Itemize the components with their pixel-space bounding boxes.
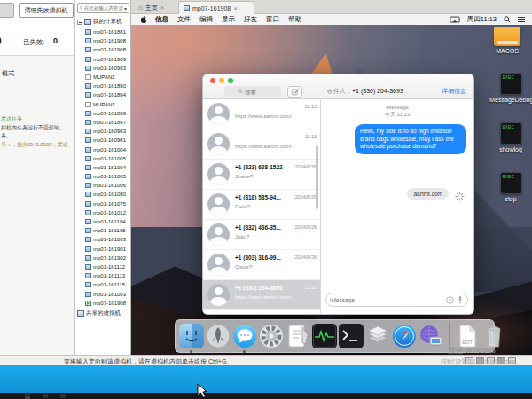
vm-tree-item[interactable]: mp01-161012	[85, 208, 131, 217]
desktop-icon-imessagedebug[interactable]: EXEC iMessageDebug	[486, 73, 532, 103]
menubar-menu[interactable]: 窗口	[266, 15, 279, 24]
menubar-menu[interactable]: 文件	[177, 15, 191, 24]
compose-button[interactable]	[287, 86, 302, 98]
minimize-window-button[interactable]	[219, 78, 224, 83]
message-input-field[interactable]	[325, 293, 468, 307]
conversation-item[interactable]: +1 (823) 628-15222024/8/26Shane?	[203, 160, 320, 190]
dock-system-preferences-icon[interactable]	[259, 324, 284, 348]
vm-tree-item[interactable]: mp01-161075	[85, 200, 131, 208]
dock-activity-monitor-icon[interactable]	[312, 324, 337, 348]
vm-tree-item[interactable]: mp07-161902	[85, 254, 131, 262]
emoji-icon[interactable]	[446, 296, 454, 304]
scrollbar-thumb[interactable]	[316, 145, 318, 209]
close-icon[interactable]: ×	[160, 4, 165, 12]
vm-icon	[85, 47, 91, 52]
vm-tree-item[interactable]: mp01-160983	[85, 127, 131, 136]
dock-textedit-icon[interactable]	[286, 324, 310, 348]
dock-installer-icon[interactable]	[365, 324, 390, 348]
link-message-bubble[interactable]: aartmt.com	[407, 188, 449, 200]
vm-tree-item[interactable]: MUPAN2	[85, 73, 131, 82]
windows-watermark-line1: 激活 Windows	[448, 346, 496, 355]
conversation-item[interactable]: +1 (803) 316-99...2024/8/26Oscar?	[203, 250, 320, 280]
chevron-down-icon[interactable]: ▾	[124, 5, 127, 12]
taskbar-app-icon[interactable]	[43, 394, 48, 398]
vm-tree-item[interactable]: mp01-161112	[85, 262, 131, 271]
menubar-menu[interactable]: 信息	[155, 15, 168, 24]
dock-messages-icon[interactable]	[232, 324, 257, 348]
dock-safari-icon[interactable]	[392, 324, 417, 348]
zoom-window-button[interactable]	[228, 78, 233, 83]
collapse-icon[interactable]	[77, 20, 82, 25]
start-button[interactable]	[25, 394, 30, 399]
vm-tree-item[interactable]: mp07-161890	[85, 82, 131, 90]
dock-trash-icon[interactable]	[481, 324, 506, 348]
partial-button[interactable]	[0, 3, 14, 18]
messages-search-field[interactable]	[224, 86, 281, 97]
menubar-menu[interactable]: 好友	[244, 15, 257, 24]
dock-launchpad-icon[interactable]	[206, 324, 231, 348]
dock-terminal-icon[interactable]	[339, 324, 364, 348]
message-input[interactable]	[330, 297, 443, 303]
vm-tree-item[interactable]: mp01-161006	[85, 181, 131, 190]
desktop-icon-stop[interactable]: EXEC stop	[486, 172, 532, 202]
vm-tree-item[interactable]: mp01-161004	[85, 145, 131, 153]
display-icon[interactable]	[450, 16, 460, 24]
vm-tree-item[interactable]: mp01-160993	[85, 64, 131, 73]
messages-titlebar[interactable]: 收件人：+1 (330) 204-3693 详细信息	[203, 74, 473, 99]
to-value[interactable]: +1 (330) 204-3693	[352, 88, 403, 94]
vm-tree-item[interactable]: mp01-161113	[85, 271, 131, 280]
vm-tree-item[interactable]: mp01-161105	[85, 226, 131, 235]
tree-root-my-computer[interactable]: 我的计算机	[77, 18, 122, 26]
messages-search-input[interactable]	[245, 89, 268, 95]
avatar	[207, 193, 230, 215]
notification-center-icon[interactable]	[518, 17, 525, 23]
library-search-input[interactable]	[84, 5, 123, 11]
microphone-icon[interactable]	[457, 295, 464, 304]
vm-tree-item[interactable]: mp07-161908	[85, 45, 131, 54]
vm-tree-item[interactable]: mp01-160981	[85, 136, 131, 145]
menu-bar-clock[interactable]: 周四11:13	[467, 15, 497, 24]
tab-vm[interactable]: mp07-161908 ×	[178, 1, 254, 14]
vm-tree-item[interactable]: mp07-161901	[85, 245, 131, 254]
vm-tree-item[interactable]: mp07-161899	[85, 109, 131, 118]
dock-finder-icon[interactable]	[179, 324, 204, 348]
close-window-button[interactable]	[210, 78, 215, 83]
vm-label: mp07-161908	[93, 301, 126, 306]
vm-tree-item[interactable]: mp01-161003	[85, 289, 131, 298]
vm-tree-item[interactable]: mp07-161908	[85, 36, 131, 45]
menubar-menu[interactable]: 显示	[222, 15, 235, 24]
tree-shared-vms[interactable]: 共享的虚拟机	[77, 309, 121, 317]
vm-tree-item[interactable]: mp01-161004	[85, 163, 131, 172]
vm-tree-item[interactable]: mp07-161909	[85, 55, 131, 64]
spotlight-search-icon[interactable]	[504, 16, 511, 23]
vm-tree-item[interactable]: MUPAN2	[85, 100, 131, 109]
dock-screen-sharing-icon[interactable]	[419, 324, 443, 348]
dock-document-icon[interactable]: EDIT	[455, 324, 480, 348]
conversation-item[interactable]: +1 (832) 436-35...2024/8/26Juan?	[203, 220, 320, 250]
desktop-icon-macos-drive[interactable]: MACOS	[482, 27, 532, 54]
library-search-box[interactable]: ▾	[77, 3, 129, 13]
vm-tree-item[interactable]: mp01-161005	[85, 172, 131, 181]
vm-tree-item[interactable]: mp01-161115	[85, 280, 131, 289]
vm-tree-item[interactable]: mp01-161003	[85, 235, 131, 244]
close-icon[interactable]: ×	[233, 4, 238, 12]
conversation-item[interactable]: +1 (818) 585-94...2024/8/26Flora?	[203, 190, 320, 220]
clean-invalid-vms-button[interactable]: 清理失效虚拟机	[19, 3, 74, 18]
desktop-icon-showlog[interactable]: EXEC showlog	[486, 122, 532, 153]
menubar-menu[interactable]: 帮助	[288, 15, 301, 24]
vm-tree-item[interactable]: mp01-161005	[85, 154, 131, 163]
tab-home[interactable]: ⌂ 主页 ×	[134, 1, 176, 14]
taskbar-app-icon[interactable]	[60, 394, 66, 398]
conversation-item[interactable]: 11:13https://www.aartmt.com/	[203, 129, 320, 160]
apple-menu[interactable]	[140, 15, 147, 24]
details-link[interactable]: 详细信息	[442, 87, 466, 96]
conversation-item[interactable]: 11:13https://www.aartmt.com/	[203, 99, 320, 129]
vm-tree-item[interactable]: mp07-161894	[85, 90, 131, 99]
vm-tree-item[interactable]: mp07-161881	[85, 27, 131, 36]
menubar-menu[interactable]: 编辑	[200, 15, 213, 24]
conversation-item[interactable]: +1 (330) 204-369311:13https://www.aartmt…	[203, 280, 320, 310]
vm-tree-item[interactable]: mp01-161104	[85, 217, 131, 226]
vm-tree-item[interactable]: mp07-161908	[85, 299, 131, 308]
vm-tree-item[interactable]: mp01-161080	[85, 190, 131, 199]
vm-tree-item[interactable]: mp07-161897	[85, 118, 131, 127]
